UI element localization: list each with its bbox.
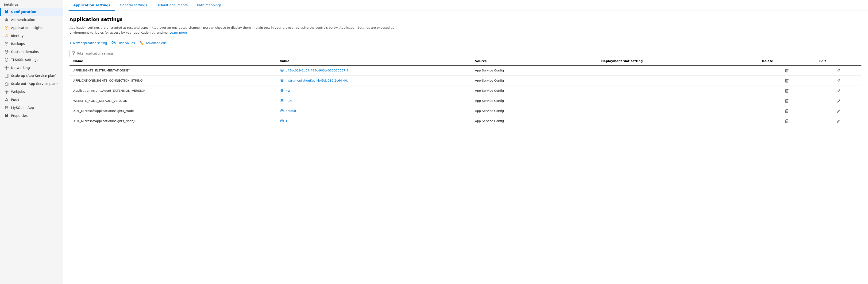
toolbar: + New application setting Hide values ✏️… <box>69 40 861 46</box>
cell-name-2: ApplicationInsightsAgent_EXTENSION_VERSI… <box>69 86 276 96</box>
delete-button-5[interactable] <box>762 119 812 123</box>
sidebar-item-mysql[interactable]: MySQL In App <box>0 104 63 112</box>
cell-value-2: ~2 <box>276 86 471 96</box>
cell-deployment-0 <box>597 65 758 76</box>
sidebar-item-tls-ssl[interactable]: TLS/SSL settings <box>0 56 63 64</box>
svg-point-32 <box>8 91 8 92</box>
col-header-deployment-slot: Deployment slot setting <box>597 57 758 65</box>
cell-value-link-5[interactable]: 1 <box>285 119 287 123</box>
advanced-edit-button[interactable]: ✏️ Advanced edit <box>140 40 166 46</box>
sidebar-label-application-insights: Application Insights <box>11 26 43 30</box>
scale-out-icon <box>4 82 9 86</box>
cell-edit-1 <box>815 76 861 86</box>
cell-delete-5 <box>758 116 815 126</box>
tab-general-settings[interactable]: General settings <box>115 0 152 10</box>
delete-button-0[interactable] <box>762 68 812 73</box>
sidebar-item-custom-domains[interactable]: Custom domains <box>0 48 63 56</box>
hide-values-button[interactable]: Hide values <box>112 40 135 46</box>
svg-point-41 <box>281 70 282 71</box>
cell-value-link-4[interactable]: default <box>285 109 296 113</box>
sidebar-item-backups[interactable]: Backups <box>0 40 63 48</box>
delete-button-2[interactable] <box>762 89 812 93</box>
tab-default-documents[interactable]: Default documents <box>152 0 192 10</box>
cell-source-4: App Service Config <box>471 106 597 116</box>
learn-more-link[interactable]: Learn more <box>169 31 187 34</box>
cell-value-link-1[interactable]: InstrumentationKey=b45dc019-2c64-44: <box>285 79 348 82</box>
col-header-name: Name <box>69 57 276 65</box>
filter-input[interactable] <box>77 52 151 55</box>
cell-name-5: XDT_MicrosoftApplicationInsights_NodeJS <box>69 116 276 126</box>
sidebar-label-mysql: MySQL In App <box>11 106 34 110</box>
sidebar-label-authentication: Authentication <box>11 18 35 22</box>
cell-source-1: App Service Config <box>471 76 597 86</box>
tab-path-mappings[interactable]: Path mappings <box>192 0 226 10</box>
sidebar-item-push[interactable]: Push <box>0 96 63 104</box>
sidebar-label-tls-ssl: TLS/SSL settings <box>11 58 38 62</box>
svg-point-45 <box>281 110 282 111</box>
filter-icon <box>72 52 75 55</box>
svg-point-4 <box>6 20 7 21</box>
svg-point-13 <box>6 66 7 66</box>
tab-application-settings[interactable]: Application settings <box>68 0 115 10</box>
svg-rect-2 <box>7 10 8 13</box>
cell-value-link-0[interactable]: b45dc019-2c64-443c-903a-032036657f9 <box>285 69 348 72</box>
table-row: ApplicationInsightsAgent_EXTENSION_VERSI… <box>69 86 861 96</box>
sidebar-item-scale-out[interactable]: Scale out (App Service plan) <box>0 80 63 88</box>
sidebar-label-properties: Properties <box>11 114 28 118</box>
cell-delete-1 <box>758 76 815 86</box>
svg-rect-25 <box>6 83 7 85</box>
plus-icon: + <box>69 41 72 45</box>
edit-button-5[interactable] <box>819 119 858 123</box>
sidebar-item-identity[interactable]: Identity <box>0 32 63 40</box>
delete-button-3[interactable] <box>762 99 812 103</box>
pencil-icon: ✏️ <box>140 41 144 46</box>
table-row: XDT_MicrosoftApplicationInsights_NodeJS … <box>69 116 861 126</box>
configuration-icon <box>4 10 9 14</box>
value-eye-icon-5 <box>280 119 284 123</box>
cell-delete-3 <box>758 96 815 106</box>
networking-icon <box>4 65 9 70</box>
sidebar-item-configuration[interactable]: Configuration <box>0 8 63 16</box>
new-application-setting-button[interactable]: + New application setting <box>69 40 107 46</box>
edit-button-3[interactable] <box>819 99 858 103</box>
svg-point-30 <box>6 93 7 93</box>
cell-source-0: App Service Config <box>471 65 597 76</box>
delete-button-4[interactable] <box>762 109 812 113</box>
edit-button-2[interactable] <box>819 89 858 93</box>
table-row: XDT_MicrosoftApplicationInsights_Mode de… <box>69 106 861 116</box>
edit-button-1[interactable] <box>819 79 858 83</box>
cell-source-3: App Service Config <box>471 96 597 106</box>
svg-rect-35 <box>5 114 6 117</box>
edit-button-4[interactable] <box>819 109 858 113</box>
scale-up-icon <box>4 74 9 78</box>
cell-name-0: APPINSIGHTS_INSTRUMENTATIONKEY <box>69 65 276 76</box>
svg-point-14 <box>6 69 7 69</box>
cell-name-4: XDT_MicrosoftApplicationInsights_Mode <box>69 106 276 116</box>
cell-edit-5 <box>815 116 861 126</box>
svg-rect-1 <box>6 11 7 13</box>
sidebar-label-push: Push <box>11 98 19 102</box>
cell-deployment-3 <box>597 96 758 106</box>
edit-button-0[interactable] <box>819 69 858 73</box>
sidebar-item-webjobs[interactable]: WebJobs <box>0 88 63 96</box>
cell-deployment-4 <box>597 106 758 116</box>
sidebar-label-identity: Identity <box>11 34 24 38</box>
svg-rect-0 <box>5 10 6 13</box>
sidebar-item-scale-up[interactable]: Scale up (App Service plan) <box>0 72 63 80</box>
cell-value-link-3[interactable]: ~14 <box>285 99 292 103</box>
sidebar-item-application-insights[interactable]: Application Insights <box>0 24 63 32</box>
svg-rect-22 <box>6 75 7 77</box>
sidebar-item-properties[interactable]: Properties <box>0 112 63 120</box>
cell-edit-4 <box>815 106 861 116</box>
cell-value-3: ~14 <box>276 96 471 106</box>
svg-point-33 <box>5 106 8 107</box>
delete-button-1[interactable] <box>762 79 812 83</box>
sidebar-item-networking[interactable]: Networking <box>0 64 63 72</box>
cell-delete-4 <box>758 106 815 116</box>
table-row: APPLICATIONINSIGHTS_CONNECTION_STRING In… <box>69 76 861 86</box>
col-header-source: Source <box>471 57 597 65</box>
authentication-icon <box>4 18 9 22</box>
cell-value-link-2[interactable]: ~2 <box>285 89 290 92</box>
sidebar-item-authentication[interactable]: Authentication <box>0 16 63 24</box>
cell-edit-3 <box>815 96 861 106</box>
